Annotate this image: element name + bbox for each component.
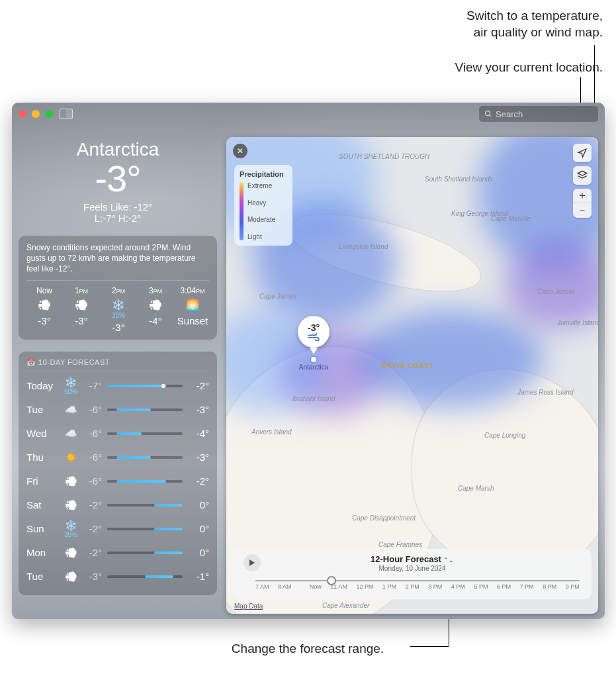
map-place-label: Cape Alexander xyxy=(322,602,369,609)
day-label: Fri xyxy=(26,475,60,487)
callout-location: View your current location. xyxy=(455,60,603,76)
hour-temp: -3° xyxy=(101,322,136,333)
high-temp: 0° xyxy=(183,523,209,534)
map-place-label: Cape James xyxy=(259,293,296,300)
cloud-icon xyxy=(60,428,82,440)
day-label: Tue xyxy=(26,571,60,582)
sidebar-toggle-icon[interactable] xyxy=(60,109,74,119)
timeline-tick: 5 PM xyxy=(474,583,488,590)
temp-range-bar xyxy=(107,552,183,554)
titlebar: Search xyxy=(12,103,605,125)
legend-level: Moderate xyxy=(247,216,275,223)
chevron-updown-icon: ⌃⌄ xyxy=(443,557,454,563)
hourly-item[interactable]: 1PM -3° xyxy=(64,286,99,333)
map-place-label: Cabo Juncal xyxy=(537,288,574,295)
timeline-tick: 9 PM xyxy=(566,583,580,590)
low-temp: -6° xyxy=(82,428,107,439)
legend-labels: ExtremeHeavyModerateLight xyxy=(247,182,275,240)
forecast-date: Monday, 10 June 2024 xyxy=(371,565,454,572)
hourly-item[interactable]: Now -3° xyxy=(26,286,62,333)
forecast-day-row[interactable]: Thu -6° -3° xyxy=(26,446,209,469)
forecast-day-row[interactable]: Sun 35% -2° 0° xyxy=(26,517,209,541)
hour-label: Now xyxy=(26,286,62,295)
precip-cloud xyxy=(359,309,544,409)
map-place-label: Cape Melville xyxy=(491,215,531,222)
precipitation-map[interactable]: SOUTH SHETLAND TROUGHSouth Shetland Isla… xyxy=(226,137,598,614)
timeline-tick: 4 PM xyxy=(451,583,465,590)
hourly-item[interactable]: 2PM 35% -3° xyxy=(101,286,136,333)
legend-gradient xyxy=(240,182,243,240)
forecast-day-row[interactable]: Wed -6° -4° xyxy=(26,422,209,446)
high-temp: 0° xyxy=(183,499,209,510)
hourly-row[interactable]: Now -3°1PM -3°2PM 35% -3°3PM -4°3:04PM S… xyxy=(26,286,209,333)
temp-range-bar xyxy=(107,480,183,483)
map-place-label: SOUTH SHETLAND TROUGH xyxy=(339,153,429,160)
minimize-window-button[interactable] xyxy=(32,110,40,118)
ten-day-forecast-card[interactable]: 10-DAY FORECAST Today 50% -7° -2°Tue -6°… xyxy=(19,352,217,595)
current-temperature: -3° xyxy=(19,160,217,197)
close-window-button[interactable] xyxy=(19,110,26,118)
precipitation-legend: Precipitation ExtremeHeavyModerateLight xyxy=(234,165,292,246)
play-button[interactable] xyxy=(243,554,261,571)
forecast-day-row[interactable]: Sat -2° 0° xyxy=(26,493,209,517)
forecast-day-row[interactable]: Tue -6° -3° xyxy=(26,398,209,422)
forecast-range-selector[interactable]: 12-Hour Forecast⌃⌄ xyxy=(371,554,454,564)
temp-range-bar xyxy=(107,528,183,530)
wind-icon xyxy=(60,499,82,511)
forecast-day-row[interactable]: Mon -2° 0° xyxy=(26,541,209,565)
snow-icon: 35% xyxy=(60,520,82,538)
wind-icon xyxy=(306,333,321,341)
forecast-day-row[interactable]: Today 50% -7° -2° xyxy=(26,374,209,398)
current-location-button[interactable] xyxy=(573,144,592,162)
svg-line-1 xyxy=(490,115,492,117)
day-label: Sat xyxy=(26,499,60,510)
weather-window: Search Antarctica -3° Feels Like: -12° L… xyxy=(12,103,605,619)
search-input[interactable]: Search xyxy=(479,106,598,122)
forecast-day-row[interactable]: Fri -6° -2° xyxy=(26,469,209,493)
low-temp: -6° xyxy=(82,452,107,463)
map-data-link[interactable]: Map Data xyxy=(234,603,263,610)
timeline-tick: 1 PM xyxy=(382,583,396,590)
temp-range-bar xyxy=(107,385,183,387)
temp-range-bar xyxy=(107,432,183,435)
zoom-in-button[interactable]: ＋ xyxy=(573,189,592,203)
hour-temp: Sunset xyxy=(175,315,210,326)
hourly-item[interactable]: 3:04PM Sunset xyxy=(175,286,210,333)
plus-icon: ＋ xyxy=(577,189,588,203)
location-pin[interactable]: -3° Antarctica xyxy=(298,316,330,371)
low-temp: -2° xyxy=(82,523,107,534)
map-place-label: Joinville Island xyxy=(557,319,598,326)
zoom-out-button[interactable]: － xyxy=(573,203,592,218)
timeline-tick: 12 PM xyxy=(356,583,373,590)
high-low: L:-7° H:-2° xyxy=(19,213,217,224)
hour-temp: -3° xyxy=(26,315,62,326)
hourly-forecast-card[interactable]: Snowy conditions expected around 2PM. Wi… xyxy=(19,236,217,340)
forecast-day-row[interactable]: Tue -3° -1° xyxy=(26,565,209,589)
low-temp: -7° xyxy=(82,380,107,391)
weather-summary-panel: Antarctica -3° Feels Like: -12° L:-7° H:… xyxy=(19,139,217,595)
low-temp: -2° xyxy=(82,547,107,558)
cloud-icon xyxy=(60,404,82,416)
wind-icon xyxy=(60,475,82,487)
timeline-track[interactable]: 7 AM8 AMNow11 AM12 PM1 PM2 PM3 PM4 PM5 P… xyxy=(241,579,584,592)
low-temp: -6° xyxy=(82,475,107,487)
hourly-item[interactable]: 3PM -4° xyxy=(138,286,173,333)
wind-icon xyxy=(60,571,82,583)
forecast-timeline: 12-Hour Forecast⌃⌄ Monday, 10 June 2024 … xyxy=(233,549,592,599)
map-place-label: Cape Framnes xyxy=(378,541,422,548)
day-label: Sun xyxy=(26,523,60,534)
map-layers-button[interactable] xyxy=(573,166,592,185)
fullscreen-window-button[interactable] xyxy=(45,110,53,118)
map-place-label: Cape Disappointment xyxy=(352,514,416,522)
legend-title: Precipitation xyxy=(240,170,287,178)
map-place-label: DAVIS COAST xyxy=(382,362,434,369)
close-map-button[interactable]: ✕ xyxy=(233,144,247,158)
map-place-label: Cape Longing xyxy=(484,432,525,439)
hour-label: 2PM xyxy=(101,286,136,295)
pin-temperature: -3° xyxy=(308,322,320,333)
hour-label: 1PM xyxy=(64,286,99,295)
low-temp: -3° xyxy=(82,571,107,582)
timeline-ticks: 7 AM8 AMNow11 AM12 PM1 PM2 PM3 PM4 PM5 P… xyxy=(255,583,580,590)
wind-icon xyxy=(64,298,99,313)
timeline-tick: Now xyxy=(310,583,322,590)
